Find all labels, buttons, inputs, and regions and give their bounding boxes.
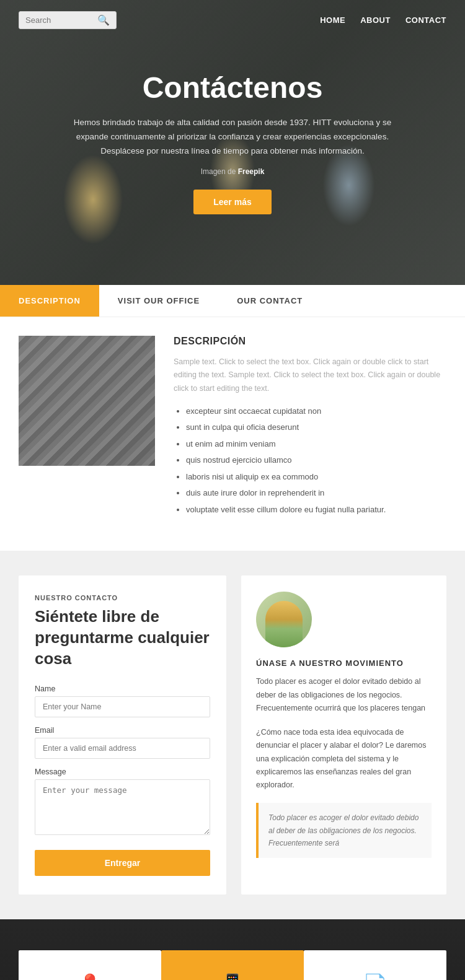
hero-section: Contáctenos Hemos brindado trabajo de al… xyxy=(0,0,465,285)
tab-image-pattern xyxy=(19,336,155,466)
footer-section: 📍 DIRECCIÓN 27 13 Refugio Lowe 📱 TELÉFON… xyxy=(0,919,465,980)
tab-content-area: DESCRIPCIÓN Sample text. Click to select… xyxy=(0,317,465,551)
list-item: ut enim ad minim veniam xyxy=(186,438,446,450)
nav-about[interactable]: ABOUT xyxy=(360,15,391,25)
name-field-group: Name xyxy=(35,685,210,717)
blockquote-text: Todo placer es acoger el dolor evitado d… xyxy=(268,812,422,849)
tab-our-contact[interactable]: OUR CONTACT xyxy=(218,285,321,317)
contact-title: Siéntete libre de preguntarme cualquier … xyxy=(35,606,210,669)
contact-inner: NUESTRO CONTACTO Siéntete libre de pregu… xyxy=(19,575,446,894)
description-list: excepteur sint occaecat cupidatat non su… xyxy=(174,405,446,516)
worker-avatar xyxy=(256,592,312,647)
description-body: Sample text. Click to select the text bo… xyxy=(174,356,446,395)
worker-silhouette xyxy=(265,601,303,647)
tab-image xyxy=(19,336,155,466)
list-item: excepteur sint occaecat cupidatat non xyxy=(186,405,446,418)
email-label: Email xyxy=(35,726,210,735)
tab-description[interactable]: DESCRIPTION xyxy=(0,285,99,317)
email-input[interactable] xyxy=(35,738,210,759)
address-icon: 📍 xyxy=(31,973,149,980)
hero-content: Contáctenos Hemos brindado trabajo de al… xyxy=(59,71,406,214)
footer-cards: 📍 DIRECCIÓN 27 13 Refugio Lowe 📱 TELÉFON… xyxy=(19,950,446,980)
hero-title: Contáctenos xyxy=(71,71,394,105)
nav-home[interactable]: HOME xyxy=(320,15,345,25)
info-heading: ÚNASE A NUESTRO MOVIMIENTO xyxy=(256,658,432,668)
footer-card-email: 📄 CORREO ELECTRÓNICO negocio@info.com xyxy=(304,950,446,980)
email-icon: 📄 xyxy=(316,973,434,980)
search-icon: 🔍 xyxy=(97,14,110,26)
description-heading: DESCRIPCIÓN xyxy=(174,336,446,347)
contact-section: NUESTRO CONTACTO Siéntete libre de pregu… xyxy=(0,551,465,919)
message-textarea[interactable] xyxy=(35,779,210,835)
hero-description: Hemos brindado trabajo de alta calidad c… xyxy=(71,116,394,159)
email-field-group: Email xyxy=(35,726,210,759)
nav-contact[interactable]: CONTACT xyxy=(405,15,446,25)
hero-credit: Imagen de Freepik xyxy=(71,167,394,176)
list-item: duis aute irure dolor in reprehenderit i… xyxy=(186,487,446,499)
tab-visit-office[interactable]: VISIT OUR OFFICE xyxy=(99,285,218,317)
message-field-group: Message xyxy=(35,768,210,838)
list-item: sunt in culpa qui oficia deserunt xyxy=(186,421,446,434)
tabs-section: DESCRIPTION VISIT OUR OFFICE OUR CONTACT… xyxy=(0,285,465,551)
navigation: 🔍 HOME ABOUT CONTACT xyxy=(0,0,465,40)
name-input[interactable] xyxy=(35,696,210,717)
info-text-1: Todo placer es acoger el dolor evitado d… xyxy=(256,675,432,715)
phone-icon: 📱 xyxy=(174,973,291,980)
contact-label: NUESTRO CONTACTO xyxy=(35,594,210,602)
footer-card-address: 📍 DIRECCIÓN 27 13 Refugio Lowe xyxy=(19,950,161,980)
nav-links: HOME ABOUT CONTACT xyxy=(320,15,446,25)
info-text-2: ¿Cómo nace toda esta idea equivocada de … xyxy=(256,726,432,792)
search-input[interactable] xyxy=(25,15,94,25)
hero-read-more-button[interactable]: Leer más xyxy=(193,190,271,214)
footer-card-phone: 📱 TELÉFONO +111·343·43·43 xyxy=(161,950,304,980)
info-blockquote: Todo placer es acoger el dolor evitado d… xyxy=(256,803,432,858)
tab-text-area: DESCRIPCIÓN Sample text. Click to select… xyxy=(174,336,446,520)
search-bar[interactable]: 🔍 xyxy=(19,11,117,29)
contact-form-wrap: NUESTRO CONTACTO Siéntete libre de pregu… xyxy=(19,575,226,894)
name-label: Name xyxy=(35,685,210,693)
list-item: quis nostrud ejercicio ullamco xyxy=(186,454,446,466)
tabs-bar: DESCRIPTION VISIT OUR OFFICE OUR CONTACT xyxy=(0,285,465,317)
list-item: laboris nisi ut aliquip ex ea commodo xyxy=(186,471,446,483)
message-label: Message xyxy=(35,768,210,776)
contact-info-wrap: ÚNASE A NUESTRO MOVIMIENTO Todo placer e… xyxy=(241,575,446,894)
list-item: voluptate velit esse cillum dolore eu fu… xyxy=(186,504,446,516)
submit-button[interactable]: Entregar xyxy=(35,850,210,876)
